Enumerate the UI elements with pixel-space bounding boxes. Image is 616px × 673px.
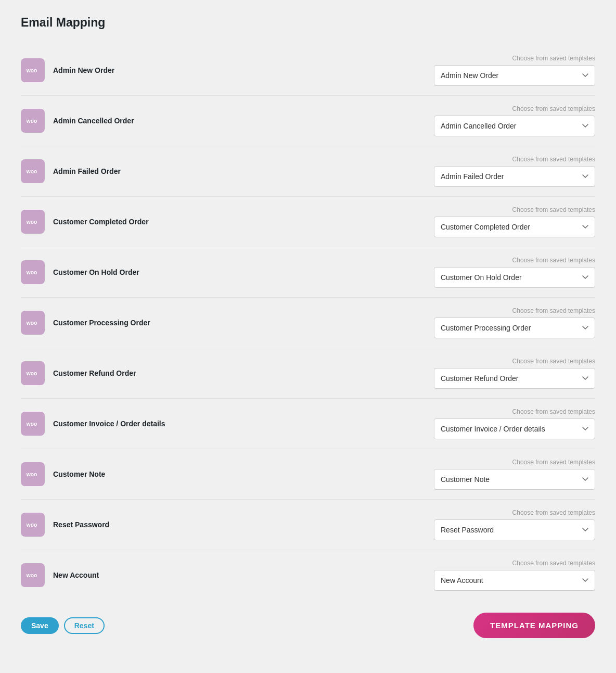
row-left-admin-failed-order: woo Admin Failed Order xyxy=(21,159,121,183)
select-label-customer-invoice-order-details: Choose from saved templates xyxy=(512,408,595,415)
svg-text:woo: woo xyxy=(26,169,37,174)
template-select-admin-new-order[interactable]: Admin New Order xyxy=(434,65,595,86)
row-right-admin-new-order: Choose from saved templates Admin New Or… xyxy=(434,55,595,86)
select-label-customer-processing-order: Choose from saved templates xyxy=(512,307,595,314)
woo-icon-admin-failed-order: woo xyxy=(21,159,45,183)
svg-text:woo: woo xyxy=(26,68,37,73)
row-left-customer-on-hold-order: woo Customer On Hold Order xyxy=(21,260,139,284)
mapping-row-customer-refund-order: woo Customer Refund Order Choose from sa… xyxy=(21,348,595,399)
row-left-admin-new-order: woo Admin New Order xyxy=(21,58,114,82)
svg-text:woo: woo xyxy=(26,522,37,528)
select-label-new-account: Choose from saved templates xyxy=(512,560,595,567)
svg-text:woo: woo xyxy=(26,472,37,477)
svg-text:woo: woo xyxy=(26,371,37,376)
select-label-admin-failed-order: Choose from saved templates xyxy=(512,156,595,163)
row-label-admin-cancelled-order: Admin Cancelled Order xyxy=(53,117,134,125)
svg-text:woo: woo xyxy=(26,573,37,578)
woo-icon-customer-refund-order: woo xyxy=(21,361,45,385)
template-select-admin-failed-order[interactable]: Admin Failed Order xyxy=(434,166,595,187)
email-mapping-list: woo Admin New Order Choose from saved te… xyxy=(21,45,595,600)
woo-icon-customer-completed-order: woo xyxy=(21,210,45,234)
select-label-admin-cancelled-order: Choose from saved templates xyxy=(512,105,595,112)
mapping-row-reset-password: woo Reset Password Choose from saved tem… xyxy=(21,500,595,550)
woo-icon-new-account: woo xyxy=(21,563,45,587)
svg-text:woo: woo xyxy=(26,118,37,124)
row-label-customer-processing-order: Customer Processing Order xyxy=(53,319,150,327)
row-label-customer-on-hold-order: Customer On Hold Order xyxy=(53,268,139,276)
mapping-row-admin-new-order: woo Admin New Order Choose from saved te… xyxy=(21,45,595,96)
svg-text:woo: woo xyxy=(26,270,37,275)
svg-text:woo: woo xyxy=(26,320,37,326)
select-label-customer-completed-order: Choose from saved templates xyxy=(512,206,595,213)
template-select-customer-completed-order[interactable]: Customer Completed Order xyxy=(434,217,595,237)
row-label-admin-failed-order: Admin Failed Order xyxy=(53,167,121,175)
svg-text:woo: woo xyxy=(26,219,37,225)
template-select-reset-password[interactable]: Reset Password xyxy=(434,519,595,540)
mapping-row-new-account: woo New Account Choose from saved templa… xyxy=(21,550,595,600)
row-label-reset-password: Reset Password xyxy=(53,520,109,529)
mapping-row-admin-cancelled-order: woo Admin Cancelled Order Choose from sa… xyxy=(21,96,595,146)
select-label-customer-note: Choose from saved templates xyxy=(512,459,595,466)
row-left-new-account: woo New Account xyxy=(21,563,99,587)
row-label-admin-new-order: Admin New Order xyxy=(53,66,114,74)
footer-left-buttons: Save Reset xyxy=(21,617,105,634)
row-left-reset-password: woo Reset Password xyxy=(21,513,109,537)
template-select-customer-note[interactable]: Customer Note xyxy=(434,469,595,490)
select-label-reset-password: Choose from saved templates xyxy=(512,509,595,516)
woo-icon-admin-cancelled-order: woo xyxy=(21,109,45,133)
row-label-customer-completed-order: Customer Completed Order xyxy=(53,218,149,226)
mapping-row-admin-failed-order: woo Admin Failed Order Choose from saved… xyxy=(21,146,595,197)
row-right-customer-refund-order: Choose from saved templates Customer Ref… xyxy=(434,358,595,389)
mapping-row-customer-processing-order: woo Customer Processing Order Choose fro… xyxy=(21,298,595,348)
row-right-customer-processing-order: Choose from saved templates Customer Pro… xyxy=(434,307,595,338)
row-right-customer-invoice-order-details: Choose from saved templates Customer Inv… xyxy=(434,408,595,439)
template-select-customer-invoice-order-details[interactable]: Customer Invoice / Order details xyxy=(434,418,595,439)
template-select-customer-processing-order[interactable]: Customer Processing Order xyxy=(434,318,595,338)
template-select-customer-refund-order[interactable]: Customer Refund Order xyxy=(434,368,595,389)
row-left-customer-completed-order: woo Customer Completed Order xyxy=(21,210,149,234)
footer: Save Reset TEMPLATE MAPPING xyxy=(21,613,595,638)
page-title: Email Mapping xyxy=(21,16,595,30)
woo-icon-reset-password: woo xyxy=(21,513,45,537)
row-left-customer-invoice-order-details: woo Customer Invoice / Order details xyxy=(21,412,165,436)
mapping-row-customer-on-hold-order: woo Customer On Hold Order Choose from s… xyxy=(21,247,595,298)
select-label-customer-on-hold-order: Choose from saved templates xyxy=(512,257,595,264)
mapping-row-customer-invoice-order-details: woo Customer Invoice / Order details Cho… xyxy=(21,399,595,449)
template-select-admin-cancelled-order[interactable]: Admin Cancelled Order xyxy=(434,116,595,136)
row-right-customer-completed-order: Choose from saved templates Customer Com… xyxy=(434,206,595,237)
woo-icon-customer-note: woo xyxy=(21,462,45,486)
row-right-admin-failed-order: Choose from saved templates Admin Failed… xyxy=(434,156,595,187)
row-left-admin-cancelled-order: woo Admin Cancelled Order xyxy=(21,109,134,133)
row-left-customer-refund-order: woo Customer Refund Order xyxy=(21,361,136,385)
row-right-new-account: Choose from saved templates New Account xyxy=(434,560,595,591)
template-mapping-button[interactable]: TEMPLATE MAPPING xyxy=(473,613,595,638)
template-select-new-account[interactable]: New Account xyxy=(434,570,595,591)
mapping-row-customer-completed-order: woo Customer Completed Order Choose from… xyxy=(21,197,595,247)
woo-icon-customer-processing-order: woo xyxy=(21,311,45,335)
row-label-new-account: New Account xyxy=(53,571,99,579)
row-left-customer-processing-order: woo Customer Processing Order xyxy=(21,311,150,335)
woo-icon-admin-new-order: woo xyxy=(21,58,45,82)
save-button[interactable]: Save xyxy=(21,617,59,634)
row-right-reset-password: Choose from saved templates Reset Passwo… xyxy=(434,509,595,540)
reset-button[interactable]: Reset xyxy=(64,617,105,634)
row-label-customer-invoice-order-details: Customer Invoice / Order details xyxy=(53,420,165,428)
row-label-customer-refund-order: Customer Refund Order xyxy=(53,369,136,377)
template-select-customer-on-hold-order[interactable]: Customer On Hold Order xyxy=(434,267,595,288)
row-right-admin-cancelled-order: Choose from saved templates Admin Cancel… xyxy=(434,105,595,136)
select-label-customer-refund-order: Choose from saved templates xyxy=(512,358,595,365)
woo-icon-customer-on-hold-order: woo xyxy=(21,260,45,284)
row-right-customer-note: Choose from saved templates Customer Not… xyxy=(434,459,595,490)
mapping-row-customer-note: woo Customer Note Choose from saved temp… xyxy=(21,449,595,500)
svg-text:woo: woo xyxy=(26,421,37,427)
row-left-customer-note: woo Customer Note xyxy=(21,462,105,486)
woo-icon-customer-invoice-order-details: woo xyxy=(21,412,45,436)
row-label-customer-note: Customer Note xyxy=(53,470,105,478)
row-right-customer-on-hold-order: Choose from saved templates Customer On … xyxy=(434,257,595,288)
select-label-admin-new-order: Choose from saved templates xyxy=(512,55,595,62)
